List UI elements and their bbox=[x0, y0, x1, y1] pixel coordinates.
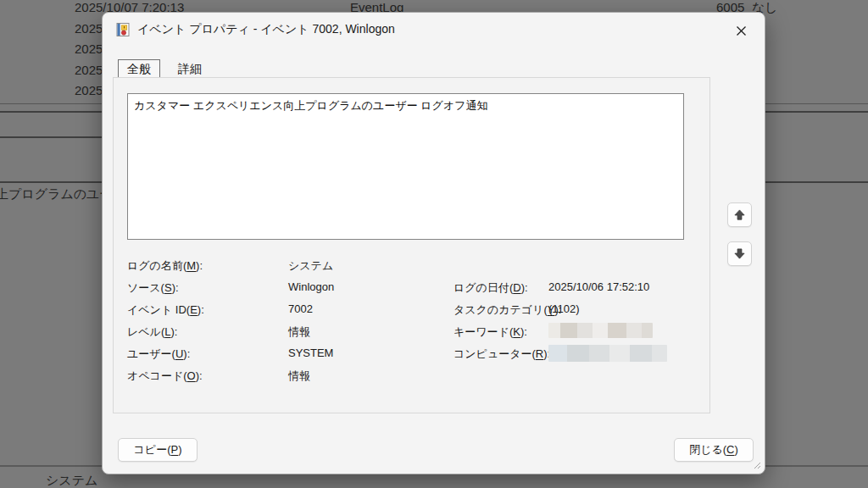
tab-details[interactable]: 詳細 bbox=[170, 59, 210, 79]
field-label: コンピューター(R): bbox=[453, 347, 550, 362]
field-label: オペコード(O): bbox=[127, 369, 203, 384]
field-label: ログの日付(D): bbox=[453, 280, 528, 296]
arrow-down-icon bbox=[733, 247, 746, 260]
field-value: 7002 bbox=[288, 302, 313, 315]
field-value: 2025/10/06 17:52:10 bbox=[548, 280, 649, 293]
event-properties-icon bbox=[116, 23, 130, 36]
dialog-title: イベント プロパティ - イベント 7002, Winlogon bbox=[137, 22, 395, 37]
field-value: 情報 bbox=[288, 369, 310, 384]
event-properties-dialog: イベント プロパティ - イベント 7002, Winlogon 全般 詳細 カ… bbox=[102, 12, 765, 474]
close-button-label: 閉じる(C) bbox=[689, 442, 738, 458]
field-label: ソース(S): bbox=[127, 280, 179, 296]
field-value: (1102) bbox=[548, 302, 580, 315]
arrow-up-icon bbox=[733, 208, 746, 221]
copy-button-label: コピー(P) bbox=[134, 442, 182, 458]
close-dialog-button[interactable] bbox=[726, 19, 756, 42]
copy-button[interactable]: コピー(P) bbox=[118, 438, 198, 462]
field-value: システム bbox=[288, 258, 333, 274]
resize-grip[interactable] bbox=[751, 459, 761, 469]
next-event-button[interactable] bbox=[727, 241, 752, 266]
field-label: ログの名前(M): bbox=[127, 258, 203, 274]
field-value: Winlogon bbox=[288, 280, 334, 293]
previous-event-button[interactable] bbox=[727, 202, 752, 227]
computer-value-redacted bbox=[548, 345, 667, 362]
field-label: レベル(L): bbox=[127, 324, 177, 340]
close-icon bbox=[736, 25, 747, 36]
event-description-text: カスタマー エクスペリエンス向上プログラムのユーザー ログオフ通知 bbox=[134, 99, 488, 112]
redacted-block bbox=[548, 323, 653, 338]
field-label: タスクのカテゴリ(Y): bbox=[453, 302, 561, 318]
redacted-block bbox=[548, 345, 667, 362]
keywords-value-redacted bbox=[548, 323, 653, 338]
divider bbox=[0, 136, 102, 138]
dialog-titlebar[interactable]: イベント プロパティ - イベント 7002, Winlogon bbox=[103, 13, 765, 48]
close-button[interactable]: 閉じる(C) bbox=[674, 438, 754, 462]
event-description-textarea[interactable]: カスタマー エクスペリエンス向上プログラムのユーザー ログオフ通知 bbox=[127, 93, 684, 240]
general-tab-page: カスタマー エクスペリエンス向上プログラムのユーザー ログオフ通知 ログの名前(… bbox=[113, 77, 710, 413]
field-value: SYSTEM bbox=[288, 347, 333, 359]
field-label: ユーザー(U): bbox=[127, 347, 190, 362]
field-label: キーワード(K): bbox=[453, 324, 527, 340]
field-value: 情報 bbox=[288, 324, 310, 340]
field-label: イベント ID(E): bbox=[127, 302, 204, 318]
status-bar-text: システム bbox=[46, 473, 97, 488]
